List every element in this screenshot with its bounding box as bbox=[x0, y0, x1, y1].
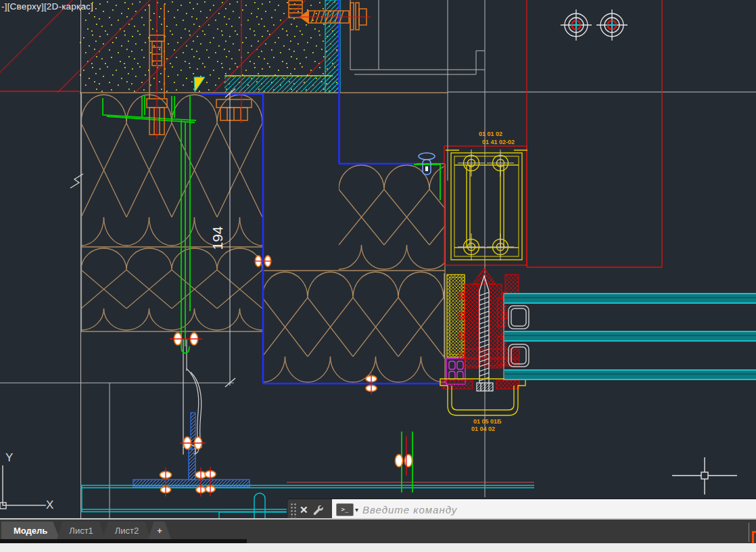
crosshair-cursor bbox=[672, 457, 737, 495]
t-profile bbox=[133, 413, 250, 487]
anchor-target-symbols bbox=[561, 9, 628, 41]
application-window: 194 01 01 02 01 41 02-02 01 05 01Б 01 04… bbox=[0, 0, 756, 552]
tab-layout1[interactable]: Лист1 bbox=[57, 522, 105, 539]
command-prompt-icon[interactable]: >_ bbox=[336, 503, 354, 516]
code-top-1: 01 01 02 bbox=[479, 131, 502, 137]
customize-wrench-icon[interactable] bbox=[312, 504, 323, 515]
code-top-2: 01 41 02-02 bbox=[482, 139, 515, 145]
code-bottom-1: 01 05 01Б bbox=[473, 418, 502, 425]
drawing-canvas[interactable]: 194 01 01 02 01 41 02-02 01 05 01Б 01 04… bbox=[0, 0, 756, 518]
layout-tab-bar: Модель Лист1 Лист2 + bbox=[0, 518, 756, 543]
command-input[interactable] bbox=[361, 503, 756, 516]
add-layout-tab-button[interactable]: + bbox=[148, 522, 171, 539]
command-input-area[interactable]: >_ ▾ bbox=[332, 499, 756, 520]
code-bottom-2: 01 04 02 bbox=[471, 426, 495, 432]
window-profile-top bbox=[446, 150, 527, 260]
viewport-controls-label[interactable]: -][Сверху][2D-каркас] bbox=[1, 1, 93, 12]
glazing-unit bbox=[504, 293, 756, 380]
command-bar-handle[interactable]: ✕ bbox=[287, 499, 332, 520]
chevron-down-icon[interactable]: ▾ bbox=[355, 506, 358, 513]
dimension-text: 194 bbox=[210, 226, 225, 250]
red-reference-lines bbox=[444, 0, 662, 267]
tab-model[interactable]: Модель bbox=[1, 522, 60, 539]
ucs-x-label: X bbox=[46, 499, 53, 511]
drag-grip-icon[interactable] bbox=[290, 503, 296, 518]
tab-layout2[interactable]: Лист2 bbox=[103, 522, 151, 539]
close-icon[interactable]: ✕ bbox=[300, 505, 308, 515]
ucs-icon: Y X bbox=[0, 451, 53, 511]
ucs-y-label: Y bbox=[5, 451, 13, 464]
clipped-corner-icon bbox=[752, 531, 756, 543]
bottom-strip bbox=[0, 543, 756, 552]
tab-bar-separator bbox=[749, 523, 749, 542]
